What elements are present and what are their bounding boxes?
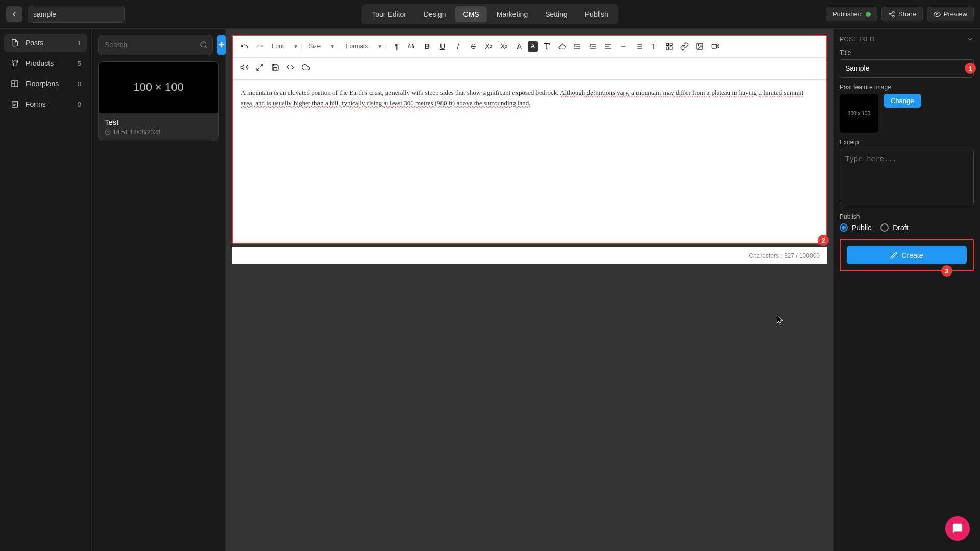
tab-marketing[interactable]: Marketing (488, 6, 536, 22)
undo-button[interactable] (238, 40, 251, 53)
editor-area: Font▼ Size▼ Formats▼ ¶ B U I S X2 X2 A A (226, 29, 833, 551)
chat-icon (952, 523, 963, 534)
excerpt-textarea[interactable] (840, 149, 974, 205)
list-button[interactable] (632, 40, 645, 53)
chat-fab[interactable] (945, 516, 970, 541)
font-select[interactable]: Font▼ (268, 43, 302, 50)
tab-cms[interactable]: CMS (455, 6, 487, 22)
audio-icon (240, 63, 249, 71)
tab-tour-editor[interactable]: Tour Editor (363, 6, 414, 22)
italic-button[interactable]: I (451, 40, 464, 53)
tab-setting[interactable]: Setting (537, 6, 576, 22)
eraser-button[interactable] (555, 40, 569, 53)
quote-button[interactable] (405, 40, 419, 53)
sidebar-right: POST INFO Title 1 Post feature image 100… (833, 29, 980, 551)
create-button[interactable]: Create (847, 246, 967, 264)
image-button[interactable] (693, 40, 706, 53)
clear-format-button[interactable] (540, 40, 553, 53)
post-info-header[interactable]: POST INFO (840, 36, 974, 43)
change-button[interactable]: Change (884, 94, 921, 108)
audio-button[interactable] (238, 61, 251, 74)
link-button[interactable] (678, 40, 691, 53)
chevron-down-icon: ▼ (377, 44, 382, 49)
add-button[interactable] (217, 35, 226, 55)
hr-button[interactable] (617, 40, 630, 53)
sidebar-item-label: Forms (26, 100, 46, 108)
editor-toolbar-row1: Font▼ Size▼ Formats▼ ¶ B U I S X2 X2 A A (233, 36, 826, 58)
chevron-down-icon: ▼ (330, 44, 335, 49)
share-button[interactable]: Share (881, 7, 923, 21)
search-input[interactable] (98, 35, 213, 55)
tab-design[interactable]: Design (415, 6, 454, 22)
topbar: Tour Editor Design CMS Marketing Setting… (0, 0, 980, 29)
published-label: Published (832, 10, 862, 18)
title-label: Title (840, 49, 974, 56)
sidebar-item-products[interactable]: Products 5 (4, 54, 87, 72)
tab-publish[interactable]: Publish (577, 6, 617, 22)
svg-rect-42 (712, 44, 716, 48)
paragraph-button[interactable]: ¶ (390, 40, 403, 53)
eye-icon (934, 11, 941, 18)
text-color-button[interactable]: A (512, 40, 526, 53)
sidebar-item-posts[interactable]: Posts 1 (4, 34, 87, 52)
sidebar-item-count: 0 (78, 101, 81, 108)
indent-button[interactable] (571, 40, 584, 53)
sidebar-item-floorplans[interactable]: Floorplans 0 (4, 74, 87, 93)
floorplan-icon (10, 80, 19, 88)
create-wrap: Create 3 (840, 239, 974, 271)
redo-button[interactable] (253, 40, 266, 53)
radio-icon (880, 223, 889, 232)
svg-point-41 (698, 45, 699, 46)
publish-radio-group: Public Draft (840, 223, 974, 232)
editor-footer: Characters : 327 / 100000 (232, 247, 827, 264)
quote-icon (408, 42, 416, 51)
callout-badge-2: 2 (818, 235, 829, 246)
align-icon (604, 42, 612, 51)
editor-toolbar-row2 (233, 58, 826, 80)
bold-button[interactable]: B (421, 40, 434, 53)
cloud-icon (302, 63, 310, 71)
video-button[interactable] (708, 40, 722, 53)
back-button[interactable] (6, 6, 22, 22)
save-button[interactable] (268, 61, 282, 74)
fullscreen-button[interactable] (253, 61, 266, 74)
chevron-down-icon: ▼ (293, 44, 298, 49)
minus-icon (619, 42, 627, 51)
style-button[interactable]: TI (647, 40, 660, 53)
radio-draft[interactable]: Draft (880, 223, 908, 232)
superscript-button[interactable]: X2 (497, 40, 510, 53)
underline-button[interactable]: U (436, 40, 449, 53)
outdent-icon (589, 42, 597, 51)
strikethrough-button[interactable]: S (467, 40, 480, 53)
search-wrap (98, 35, 213, 55)
subscript-button[interactable]: X2 (482, 40, 495, 53)
eraser-icon (558, 42, 566, 51)
code-button[interactable] (284, 61, 297, 74)
editor-content[interactable]: A mountain is an elevated portion of the… (233, 80, 826, 243)
align-button[interactable] (601, 40, 615, 53)
arrow-left-icon (10, 10, 18, 18)
bg-color-button[interactable]: A (528, 41, 538, 52)
cloud-button[interactable] (299, 61, 312, 74)
sidebar-left: Posts 1 Products 5 Floorplans 0 Forms 0 (0, 29, 92, 551)
svg-rect-36 (666, 43, 669, 46)
sidebar-item-forms[interactable]: Forms 0 (4, 95, 87, 113)
topbar-right: Published Share Preview (826, 7, 974, 21)
outdent-button[interactable] (586, 40, 599, 53)
preview-button[interactable]: Preview (927, 7, 974, 21)
radio-public[interactable]: Public (840, 223, 871, 232)
card-thumbnail: 100 × 100 (99, 62, 218, 113)
title-input[interactable] (840, 59, 974, 78)
svg-point-13 (201, 42, 206, 47)
clock-icon (105, 129, 111, 135)
size-select-label: Size (309, 43, 321, 50)
post-card[interactable]: 100 × 100 Test 14:51 18/08/2023 (98, 61, 219, 141)
table-button[interactable] (663, 40, 676, 53)
create-label: Create (901, 251, 923, 259)
project-title-input[interactable] (28, 6, 125, 23)
size-select[interactable]: Size▼ (306, 43, 338, 50)
editor-box: Font▼ Size▼ Formats▼ ¶ B U I S X2 X2 A A (232, 35, 827, 244)
formats-select[interactable]: Formats▼ (342, 43, 386, 50)
sidebar-item-count: 5 (78, 60, 81, 67)
expand-icon (256, 63, 264, 71)
